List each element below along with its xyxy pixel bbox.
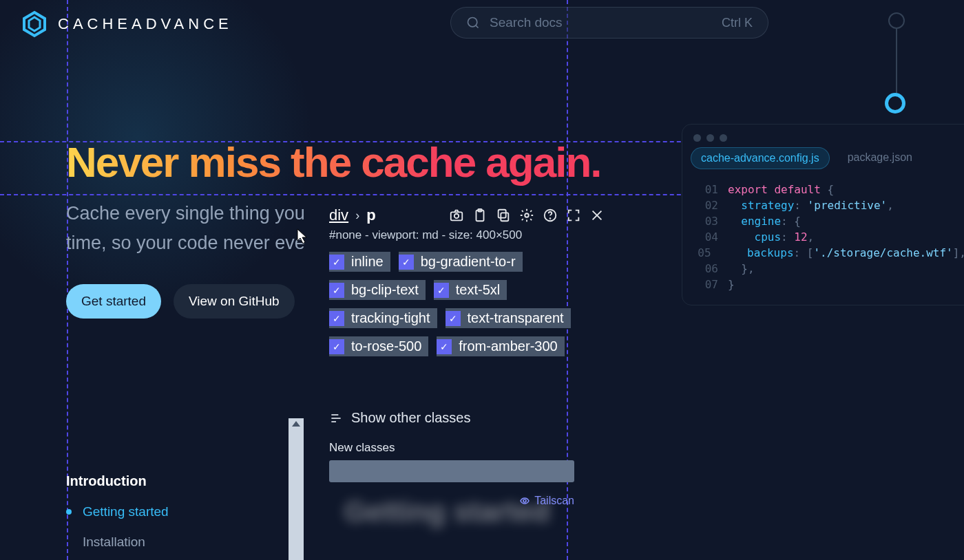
class-label: text-5xl xyxy=(449,280,507,300)
class-label: tracking-tight xyxy=(344,308,437,328)
class-list: ✓inline✓bg-gradient-to-r✓bg-clip-text✓te… xyxy=(329,252,605,356)
class-label: inline xyxy=(344,252,390,272)
view-github-button[interactable]: View on GitHub xyxy=(174,284,295,319)
checkbox-icon[interactable]: ✓ xyxy=(399,255,414,270)
inspector-breadcrumb: div › p xyxy=(329,206,605,224)
inspector-panel: div › p #none - viewport: md - size: 400… xyxy=(329,206,605,507)
logo-icon xyxy=(21,10,48,38)
class-label: from-amber-300 xyxy=(452,336,564,356)
list-icon xyxy=(329,411,343,425)
sidebar-item-label: Getting started xyxy=(83,504,169,519)
class-label: text-transparent xyxy=(461,308,571,328)
sidebar: Introduction Getting started Installatio… xyxy=(66,473,169,560)
class-chip[interactable]: ✓text-transparent xyxy=(446,308,571,328)
clipboard-icon[interactable] xyxy=(472,208,488,223)
code-line: 04 cpus: 12, xyxy=(682,229,964,245)
close-icon[interactable] xyxy=(589,208,605,223)
breadcrumb-p[interactable]: p xyxy=(366,206,375,224)
active-dot-icon xyxy=(66,509,72,515)
search-icon xyxy=(466,16,480,30)
brand-name: CACHEADVANCE xyxy=(58,15,233,33)
checkbox-icon[interactable]: ✓ xyxy=(329,283,344,298)
inspector-meta: #none - viewport: md - size: 400×500 xyxy=(329,228,605,242)
svg-point-5 xyxy=(454,214,459,218)
help-icon[interactable] xyxy=(543,208,558,223)
code-tab[interactable]: package.json xyxy=(838,147,922,169)
gear-icon[interactable] xyxy=(519,208,534,223)
class-chip[interactable]: ✓from-amber-300 xyxy=(437,336,564,356)
svg-point-16 xyxy=(523,499,526,502)
code-line: 02 strategy: 'predictive', xyxy=(682,197,964,213)
sidebar-item-label: Installation xyxy=(83,535,145,550)
get-started-button[interactable]: Get started xyxy=(66,284,161,319)
svg-line-3 xyxy=(476,25,479,28)
svg-point-10 xyxy=(525,213,529,217)
header: CACHEADVANCE Search docs Ctrl K xyxy=(0,0,964,48)
svg-rect-8 xyxy=(501,213,508,221)
svg-marker-0 xyxy=(24,12,45,36)
breadcrumb-div[interactable]: div xyxy=(329,206,348,224)
sidebar-item-getting-started[interactable]: Getting started xyxy=(66,504,169,519)
checkbox-icon[interactable]: ✓ xyxy=(446,311,461,326)
search-input[interactable]: Search docs Ctrl K xyxy=(450,7,768,39)
copy-icon[interactable] xyxy=(496,208,511,223)
show-other-classes[interactable]: Show other classes xyxy=(329,410,605,426)
svg-rect-9 xyxy=(499,210,506,218)
logo[interactable]: CACHEADVANCE xyxy=(21,10,233,38)
class-label: bg-gradient-to-r xyxy=(414,252,523,272)
code-line: 03 engine: { xyxy=(682,213,964,229)
expand-icon[interactable] xyxy=(566,208,581,223)
class-label: to-rose-500 xyxy=(344,336,428,356)
class-chip[interactable]: ✓bg-clip-text xyxy=(329,280,426,300)
checkbox-icon[interactable]: ✓ xyxy=(434,283,449,298)
class-chip[interactable]: ✓tracking-tight xyxy=(329,308,437,328)
checkbox-icon[interactable]: ✓ xyxy=(437,339,452,354)
code-line: 06 }, xyxy=(682,261,964,277)
chevron-right-icon: › xyxy=(355,208,359,223)
class-chip[interactable]: ✓bg-gradient-to-r xyxy=(399,252,523,272)
code-window: cache-advance.config.js package.json 01e… xyxy=(682,124,964,305)
code-tab-active[interactable]: cache-advance.config.js xyxy=(691,147,830,169)
code-tabs: cache-advance.config.js package.json xyxy=(682,147,964,177)
class-label: bg-clip-text xyxy=(344,280,426,300)
code-line: 07} xyxy=(682,277,964,292)
svg-point-2 xyxy=(468,18,477,27)
window-controls xyxy=(682,125,964,147)
checkbox-icon[interactable]: ✓ xyxy=(329,311,344,326)
sidebar-heading: Introduction xyxy=(66,473,169,489)
code-line: 05 backups: ['./storage/cache.wtf'], xyxy=(682,245,964,261)
checkbox-icon[interactable]: ✓ xyxy=(329,339,344,354)
scrollbar[interactable] xyxy=(289,418,304,560)
tailscan-brand[interactable]: Tailscan xyxy=(329,495,574,507)
checkbox-icon[interactable]: ✓ xyxy=(329,255,344,270)
class-chip[interactable]: ✓text-5xl xyxy=(434,280,507,300)
inspector-toolbar xyxy=(449,208,605,223)
camera-icon[interactable] xyxy=(449,208,464,223)
sidebar-item-installation[interactable]: Installation xyxy=(66,535,169,550)
search-shortcut: Ctrl K xyxy=(722,16,753,30)
code-body: 01export default {02 strategy: 'predicti… xyxy=(682,177,964,305)
new-classes-label: New classes xyxy=(329,441,605,455)
mouse-cursor-icon xyxy=(297,228,309,245)
tailscan-icon xyxy=(519,495,530,506)
new-classes-input[interactable] xyxy=(329,460,574,482)
class-chip[interactable]: ✓inline xyxy=(329,252,390,272)
svg-marker-1 xyxy=(29,17,40,31)
code-line: 01export default { xyxy=(682,182,964,197)
search-placeholder: Search docs xyxy=(490,15,712,30)
class-chip[interactable]: ✓to-rose-500 xyxy=(329,336,428,356)
svg-point-12 xyxy=(550,218,551,219)
decor-circles xyxy=(854,0,964,124)
hero-title: Never miss the cache again. xyxy=(66,138,601,186)
